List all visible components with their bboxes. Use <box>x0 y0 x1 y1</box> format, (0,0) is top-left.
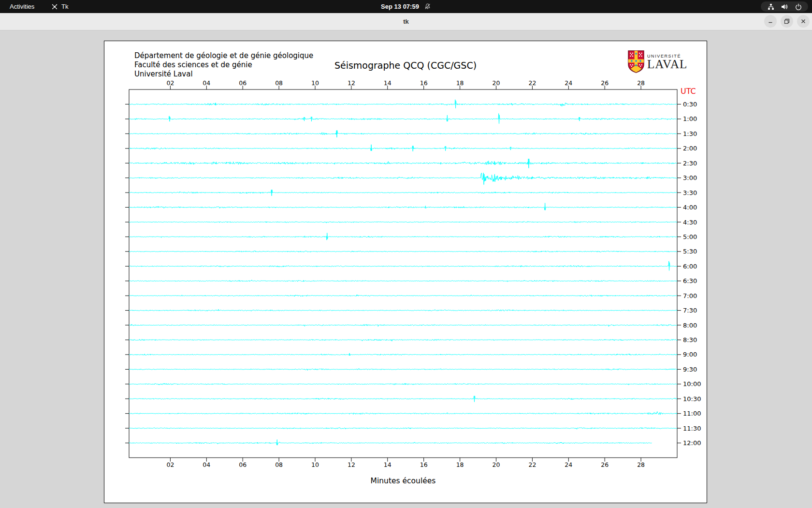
svg-text:UTC: UTC <box>681 87 696 96</box>
svg-text:8:00: 8:00 <box>683 322 697 329</box>
svg-text:9:30: 9:30 <box>683 366 697 373</box>
window-titlebar[interactable]: tk <box>0 13 812 30</box>
svg-text:16: 16 <box>420 79 428 87</box>
svg-text:08: 08 <box>275 461 283 468</box>
restore-button[interactable] <box>781 15 793 28</box>
svg-text:5:30: 5:30 <box>683 248 697 255</box>
svg-text:2:30: 2:30 <box>683 160 697 167</box>
svg-text:22: 22 <box>528 79 536 87</box>
volume-icon <box>781 3 788 11</box>
restore-icon <box>783 18 790 25</box>
svg-text:14: 14 <box>384 461 392 468</box>
svg-text:24: 24 <box>565 461 572 468</box>
svg-text:7:00: 7:00 <box>683 292 697 299</box>
network-wired-icon <box>767 3 775 11</box>
svg-text:06: 06 <box>239 79 246 87</box>
svg-text:28: 28 <box>637 79 645 87</box>
svg-text:26: 26 <box>601 461 609 468</box>
svg-text:6:30: 6:30 <box>683 277 697 284</box>
svg-text:6:00: 6:00 <box>683 263 697 270</box>
svg-text:18: 18 <box>456 461 464 468</box>
activities-button[interactable]: Activities <box>7 0 37 13</box>
svg-text:20: 20 <box>493 461 500 468</box>
clock-button[interactable]: Sep 13 07:59 <box>381 0 431 13</box>
svg-text:10:30: 10:30 <box>683 395 701 403</box>
svg-text:11:30: 11:30 <box>683 425 701 432</box>
svg-text:4:30: 4:30 <box>683 219 697 226</box>
svg-text:11:00: 11:00 <box>683 410 701 417</box>
svg-text:9:00: 9:00 <box>683 351 697 358</box>
svg-text:12: 12 <box>348 461 355 468</box>
svg-text:3:00: 3:00 <box>683 174 697 181</box>
seismograph-canvas: Département de géologie et de génie géol… <box>104 41 707 503</box>
svg-text:8:30: 8:30 <box>683 336 697 344</box>
svg-text:18: 18 <box>456 79 464 87</box>
svg-text:24: 24 <box>565 79 572 87</box>
svg-text:22: 22 <box>528 461 536 468</box>
app-menu-label: Tk <box>61 0 68 13</box>
window-title: tk <box>0 13 812 30</box>
clock-label: Sep 13 07:59 <box>381 0 419 13</box>
svg-text:12:00: 12:00 <box>683 439 701 447</box>
svg-text:2:00: 2:00 <box>683 145 697 152</box>
svg-text:04: 04 <box>203 79 210 87</box>
system-status-tray[interactable] <box>761 1 808 12</box>
svg-text:Minutes écoulées: Minutes écoulées <box>371 477 436 485</box>
close-icon <box>800 18 807 25</box>
svg-text:10:00: 10:00 <box>683 380 701 388</box>
svg-text:5:00: 5:00 <box>683 233 697 240</box>
svg-text:10: 10 <box>311 79 319 87</box>
app-menu-button[interactable]: Tk <box>51 0 68 13</box>
notifications-muted-icon <box>424 3 431 10</box>
minimize-button[interactable] <box>764 15 777 28</box>
power-icon <box>795 3 802 11</box>
svg-text:16: 16 <box>420 461 428 468</box>
seismogram-plot: 0202040406060808101012121414161618182020… <box>104 41 707 503</box>
desktop-screen: Activities Tk Sep 13 07:59 <box>0 0 812 508</box>
close-button[interactable] <box>797 15 810 28</box>
svg-text:1:00: 1:00 <box>683 115 697 122</box>
svg-text:02: 02 <box>166 461 174 468</box>
gnome-top-bar: Activities Tk Sep 13 07:59 <box>0 0 812 13</box>
svg-text:10: 10 <box>311 461 319 468</box>
svg-text:08: 08 <box>275 79 283 87</box>
svg-text:20: 20 <box>493 79 500 87</box>
svg-text:4:00: 4:00 <box>683 204 697 211</box>
svg-text:0:30: 0:30 <box>683 101 697 108</box>
svg-text:14: 14 <box>384 79 392 87</box>
svg-text:12: 12 <box>348 79 355 87</box>
tk-app-icon <box>51 3 58 10</box>
svg-text:1:30: 1:30 <box>683 130 697 137</box>
tk-window-body: Département de géologie et de génie géol… <box>0 30 812 508</box>
svg-text:06: 06 <box>239 461 246 468</box>
svg-text:7:30: 7:30 <box>683 307 697 314</box>
svg-text:3:30: 3:30 <box>683 189 697 196</box>
svg-text:02: 02 <box>166 79 174 87</box>
svg-text:26: 26 <box>601 79 609 87</box>
svg-text:28: 28 <box>637 461 645 468</box>
minimize-icon <box>767 18 774 25</box>
svg-text:04: 04 <box>203 461 210 468</box>
